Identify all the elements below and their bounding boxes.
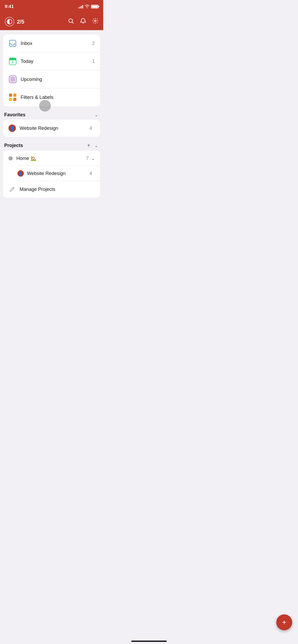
projects-title: Projects (4, 143, 23, 148)
website-redesign-fav-label: Website Redesign (20, 126, 89, 131)
sidebar-item-filters[interactable]: Filters & Labels (3, 88, 100, 106)
svg-rect-2 (10, 40, 16, 47)
website-redesign-avatar: 👤 (17, 170, 24, 177)
today-label: Today (21, 59, 92, 64)
quick-nav-card: Inbox 2 5 Today 1 (3, 34, 100, 106)
manage-projects-item[interactable]: Manage Projects (3, 181, 100, 198)
svg-point-1 (94, 20, 96, 22)
projects-section: Projects + ⌄ Home 🏡 7 ⌄ 👤 Website Redesi… (3, 140, 100, 198)
sidebar-item-today[interactable]: 5 Today 1 (3, 52, 100, 70)
projects-card: Home 🏡 7 ⌄ 👤 Website Redesign 4 (3, 151, 100, 198)
wifi-icon (85, 4, 89, 9)
battery-icon (91, 5, 98, 8)
home-dot-icon (8, 156, 13, 160)
person-sub-icon: 👤 (19, 172, 23, 176)
projects-chevron-icon[interactable]: ⌄ (94, 143, 98, 148)
add-project-button[interactable]: + (87, 142, 90, 149)
today-count: 1 (92, 59, 95, 64)
notifications-icon[interactable] (80, 18, 86, 26)
website-redesign-count: 4 (89, 171, 92, 176)
today-icon: 5 (8, 57, 17, 66)
website-redesign-fav-avatar: 👤 (8, 125, 16, 132)
sidebar-item-inbox[interactable]: Inbox 2 (3, 34, 100, 52)
sidebar-item-website-redesign[interactable]: 👤 Website Redesign 4 (3, 166, 100, 181)
status-time: 9:41 (5, 4, 14, 9)
projects-actions: + ⌄ (87, 142, 98, 149)
website-redesign-fav-count: 4 (89, 126, 92, 131)
header-left: 2/5 (5, 17, 24, 26)
header-count: 2/5 (17, 19, 24, 25)
favorites-section: Favorites ⌄ 👤 Website Redesign 4 (3, 110, 100, 137)
search-icon[interactable] (68, 18, 74, 26)
signal-bars-icon (78, 5, 83, 8)
home-chevron-icon[interactable]: ⌄ (91, 156, 95, 161)
inbox-label: Inbox (21, 41, 92, 46)
website-redesign-label: Website Redesign (27, 171, 89, 176)
upcoming-label: Upcoming (21, 77, 95, 82)
pencil-icon (8, 186, 16, 193)
app-logo[interactable] (5, 17, 14, 26)
header-actions (68, 18, 98, 26)
sidebar-item-upcoming[interactable]: Upcoming (3, 70, 100, 88)
inbox-icon (8, 39, 17, 48)
favorites-header: Favorites ⌄ (3, 110, 100, 120)
sidebar-item-website-redesign-fav[interactable]: 👤 Website Redesign 4 (3, 120, 100, 137)
status-icons (78, 4, 98, 9)
settings-icon[interactable] (92, 18, 98, 26)
upcoming-icon (8, 75, 17, 84)
home-count: 7 (86, 156, 89, 161)
home-label: Home 🏡 (16, 155, 86, 161)
header-bar: 2/5 (0, 13, 103, 30)
favorites-card: 👤 Website Redesign 4 (3, 120, 100, 137)
favorites-title: Favorites (4, 112, 25, 118)
projects-header: Projects + ⌄ (3, 140, 100, 151)
filters-label: Filters & Labels (21, 95, 95, 100)
favorites-actions: ⌄ (94, 112, 98, 117)
main-content: Inbox 2 5 Today 1 (0, 30, 103, 202)
manage-projects-label: Manage Projects (20, 187, 55, 192)
person-icon: 👤 (10, 126, 15, 131)
favorites-chevron-icon[interactable]: ⌄ (94, 112, 98, 117)
status-bar: 9:41 (0, 0, 103, 13)
sidebar-item-home[interactable]: Home 🏡 7 ⌄ (3, 151, 100, 166)
inbox-count: 2 (92, 41, 95, 46)
filters-icon (8, 93, 17, 102)
